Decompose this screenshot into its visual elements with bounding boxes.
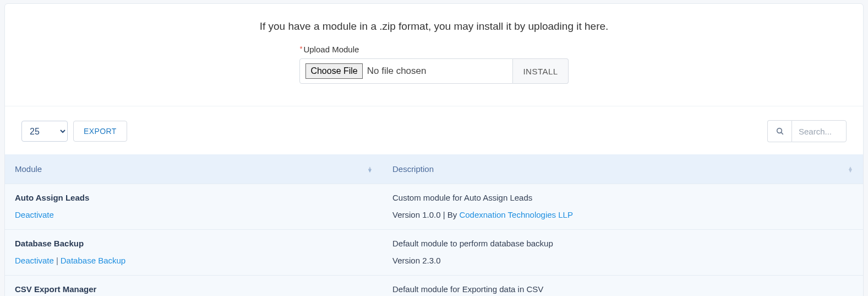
install-button[interactable]: INSTALL xyxy=(513,58,568,84)
module-actions: Deactivate|Database Backup xyxy=(15,256,125,265)
search-icon xyxy=(776,127,784,136)
author-link[interactable]: Codexnation Technologies LLP xyxy=(459,210,573,219)
intro-text: If you have a module in a .zip format, y… xyxy=(16,20,852,33)
table-row: CSV Export Manager Deactivate Default mo… xyxy=(5,276,863,297)
module-description: Custom module for Auto Assign Leads xyxy=(392,193,853,202)
choose-file-button[interactable]: Choose File xyxy=(305,63,362,79)
deactivate-link[interactable]: Deactivate xyxy=(15,210,54,219)
table-toolbar: 25 EXPORT xyxy=(5,106,863,154)
toolbar-left: 25 EXPORT xyxy=(21,121,127,142)
file-upload-group: Choose File No file chosen INSTALL xyxy=(299,58,568,84)
search-button[interactable] xyxy=(767,120,791,142)
module-description: Default module to perform database backu… xyxy=(392,239,853,248)
modules-table: Module ▲▼ Description ▲▼ Auto Assign Lea… xyxy=(5,154,863,296)
file-status: No file chosen xyxy=(367,66,427,77)
modules-panel: If you have a module in a .zip format, y… xyxy=(4,3,864,296)
module-meta: Version 1.0.0 | By Codexnation Technolog… xyxy=(392,210,573,219)
table-row: Database Backup Deactivate|Database Back… xyxy=(5,230,863,276)
col-module[interactable]: Module ▲▼ xyxy=(5,154,383,184)
module-description: Default module for Exporting data in CSV xyxy=(392,284,853,294)
sort-icon: ▲▼ xyxy=(848,166,853,172)
table-row: Auto Assign Leads Deactivate Custom modu… xyxy=(5,184,863,230)
module-name: CSV Export Manager xyxy=(15,284,373,294)
module-name: Database Backup xyxy=(15,239,373,248)
module-actions: Deactivate xyxy=(15,210,54,219)
page-size-select[interactable]: 25 xyxy=(21,121,68,142)
svg-line-1 xyxy=(781,132,783,134)
file-input[interactable]: Choose File No file chosen xyxy=(299,58,513,84)
upload-section: If you have a module in a .zip format, y… xyxy=(5,4,863,89)
module-name: Auto Assign Leads xyxy=(15,193,373,202)
col-description[interactable]: Description ▲▼ xyxy=(383,154,863,184)
deactivate-link[interactable]: Deactivate xyxy=(15,256,54,265)
search-input[interactable] xyxy=(791,120,847,142)
toolbar-right xyxy=(767,120,847,142)
upload-label: *Upload Module xyxy=(299,45,568,54)
module-meta: Version 2.3.0 xyxy=(392,256,441,265)
sort-icon: ▲▼ xyxy=(367,166,373,172)
module-extra-link[interactable]: Database Backup xyxy=(61,256,125,265)
export-button[interactable]: EXPORT xyxy=(73,121,127,142)
